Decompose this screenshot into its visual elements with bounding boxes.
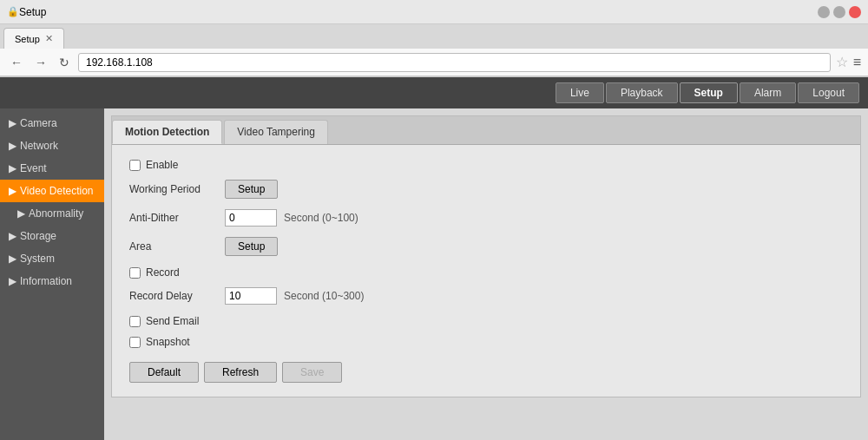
sidebar-item-label: Storage: [20, 230, 56, 242]
sidebar-item-information[interactable]: ▶ Information: [0, 270, 104, 292]
event-arrow-icon: ▶: [9, 162, 16, 174]
maximize-button[interactable]: [833, 6, 845, 18]
snapshot-checkbox[interactable]: [129, 337, 141, 348]
tab-close-icon[interactable]: ✕: [45, 33, 53, 44]
tab-motion-detection[interactable]: Motion Detection: [112, 120, 222, 144]
anti-dither-row: Anti-Dither Second (0~100): [129, 209, 843, 227]
page-icon: 🔒: [7, 6, 19, 17]
refresh-button[interactable]: Refresh: [204, 362, 277, 383]
anti-dither-label: Anti-Dither: [129, 212, 225, 224]
record-checkbox[interactable]: [129, 267, 141, 279]
tab-strip: Motion Detection Video Tampering: [112, 116, 860, 145]
content-area: Motion Detection Video Tampering Enable: [104, 108, 868, 440]
sidebar-item-label: System: [20, 253, 55, 265]
sidebar-item-label: Event: [20, 162, 47, 174]
browser-tab[interactable]: Setup ✕: [3, 28, 64, 49]
sidebar-item-system[interactable]: ▶ System: [0, 247, 104, 270]
snapshot-row: Snapshot: [129, 336, 843, 348]
address-bar: ← → ↻ ☆ ≡: [0, 49, 868, 76]
sidebar-item-label: Video Detection: [20, 185, 94, 197]
sidebar-item-abnormality[interactable]: ▶ Abnormality: [0, 202, 104, 225]
area-setup-button[interactable]: Setup: [225, 237, 278, 256]
sidebar-item-label: Camera: [20, 117, 57, 129]
information-arrow-icon: ▶: [9, 275, 16, 287]
refresh-button[interactable]: ↻: [56, 54, 73, 71]
send-email-row: Send Email: [129, 315, 843, 327]
sidebar: ▶ Camera ▶ Network ▶ Event ▶ Video Detec…: [0, 108, 104, 440]
default-button[interactable]: Default: [129, 362, 199, 383]
record-label: Record: [146, 266, 180, 279]
record-delay-input[interactable]: [225, 287, 277, 305]
record-delay-hint: Second (10~300): [284, 290, 364, 302]
menu-icon[interactable]: ≡: [853, 55, 861, 70]
top-nav: Live Playback Setup Alarm Logout: [0, 77, 868, 108]
record-row: Record: [129, 266, 843, 279]
anti-dither-hint: Second (0~100): [284, 212, 358, 224]
working-period-row: Working Period Setup: [129, 180, 843, 199]
area-label: Area: [129, 240, 225, 253]
sidebar-item-label: Information: [20, 275, 72, 287]
sidebar-item-label: Network: [20, 140, 58, 152]
logout-button[interactable]: Logout: [798, 82, 859, 103]
form-area: Enable Working Period Setup Anti-Dither …: [112, 145, 860, 397]
save-button[interactable]: Save: [282, 362, 342, 383]
record-delay-label: Record Delay: [129, 290, 225, 302]
alarm-button[interactable]: Alarm: [740, 82, 796, 103]
sidebar-item-label: Abnormality: [29, 207, 83, 220]
send-email-label: Send Email: [146, 315, 199, 327]
sidebar-item-event[interactable]: ▶ Event: [0, 157, 104, 180]
main-area: ▶ Camera ▶ Network ▶ Event ▶ Video Detec…: [0, 108, 868, 440]
bottom-buttons: Default Refresh Save: [129, 362, 843, 383]
sidebar-item-storage[interactable]: ▶ Storage: [0, 225, 104, 247]
area-row: Area Setup: [129, 237, 843, 256]
snapshot-label: Snapshot: [146, 336, 190, 348]
sidebar-item-camera[interactable]: ▶ Camera: [0, 112, 104, 135]
title-bar: 🔒 Setup: [0, 0, 868, 24]
bookmark-icon[interactable]: ☆: [836, 54, 848, 70]
tab-bar: Setup ✕: [0, 24, 868, 49]
camera-arrow-icon: ▶: [9, 117, 16, 129]
network-arrow-icon: ▶: [9, 140, 16, 152]
anti-dither-input[interactable]: [225, 209, 277, 227]
content-panel: Motion Detection Video Tampering Enable: [111, 115, 861, 397]
sidebar-item-network[interactable]: ▶ Network: [0, 135, 104, 157]
enable-row: Enable: [129, 159, 843, 171]
tab-title: Setup: [15, 34, 40, 44]
sidebar-item-video-detection[interactable]: ▶ Video Detection: [0, 180, 104, 202]
close-button[interactable]: [849, 6, 861, 18]
send-email-checkbox[interactable]: [129, 316, 141, 327]
enable-label: Enable: [146, 159, 178, 171]
enable-checkbox[interactable]: [129, 160, 141, 171]
abnormality-arrow-icon: ▶: [17, 207, 25, 220]
minimize-button[interactable]: [818, 6, 830, 18]
live-button[interactable]: Live: [556, 82, 604, 103]
working-period-setup-button[interactable]: Setup: [225, 180, 278, 199]
address-input[interactable]: [78, 53, 831, 72]
app: Live Playback Setup Alarm Logout ▶ Camer…: [0, 77, 868, 440]
video-detection-arrow-icon: ▶: [9, 185, 16, 197]
back-button[interactable]: ←: [7, 54, 26, 71]
working-period-label: Working Period: [129, 183, 225, 195]
window-controls: [818, 6, 861, 18]
setup-button[interactable]: Setup: [680, 82, 738, 103]
title-bar-title: Setup: [19, 6, 46, 18]
storage-arrow-icon: ▶: [9, 230, 16, 242]
playback-button[interactable]: Playback: [606, 82, 678, 103]
record-delay-row: Record Delay Second (10~300): [129, 287, 843, 305]
tab-video-tampering[interactable]: Video Tampering: [224, 120, 328, 144]
system-arrow-icon: ▶: [9, 253, 16, 265]
forward-button[interactable]: →: [31, 54, 50, 71]
